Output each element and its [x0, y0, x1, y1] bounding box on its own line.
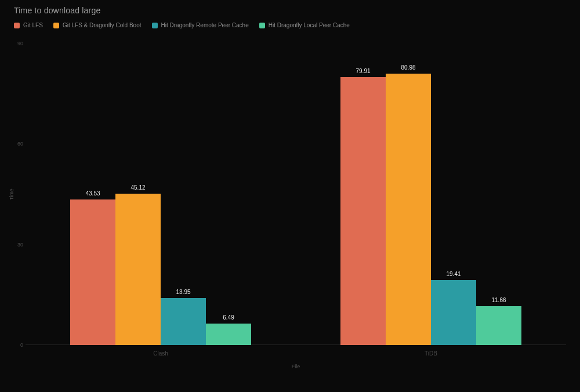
ytick-2: 30: [17, 242, 23, 248]
chart-container: Time to download large Git LFS Git LFS &…: [0, 0, 580, 392]
legend-label-0: Git LFS: [23, 22, 43, 28]
legend: Git LFS Git LFS & Dragonfly Cold Boot Hi…: [14, 22, 350, 28]
bar-value-0-1: 45.12: [130, 184, 145, 191]
chart-title: Time to download large: [14, 6, 100, 15]
legend-swatch-2: [152, 23, 158, 28]
legend-item-3: Hit Dragonfly Local Peer Cache: [259, 22, 350, 28]
legend-label-1: Git LFS & Dragonfly Cold Boot: [63, 22, 142, 28]
legend-label-2: Hit Dragonfly Remote Peer Cache: [161, 22, 249, 28]
x-axis-label: File: [292, 364, 300, 369]
bar-groups: 43.53 45.12 13.95 6.49 Clash 79.91: [26, 43, 566, 345]
legend-label-3: Hit Dragonfly Local Peer Cache: [269, 22, 350, 28]
bar-value-0-3: 6.49: [223, 314, 234, 321]
plot: Time 90 60 30 0 43.53 45.12 13.95: [26, 38, 566, 357]
bar-value-1-3: 11.66: [491, 297, 506, 303]
ytick-3: 0: [20, 342, 23, 348]
bar-value-0-0: 43.53: [85, 190, 100, 197]
bar-0-1: 45.12: [115, 194, 161, 345]
bar-value-1-2: 19.41: [446, 271, 461, 277]
legend-swatch-1: [53, 23, 59, 28]
category-label-1: TiDB: [425, 350, 437, 357]
bar-0-3: 6.49: [206, 324, 251, 345]
bar-group-0: 43.53 45.12 13.95 6.49 Clash: [26, 43, 296, 345]
bar-value-1-1: 80.98: [401, 64, 415, 71]
bar-value-1-0: 79.91: [356, 68, 370, 74]
bar-1-3: 11.66: [476, 306, 521, 345]
ytick-1: 60: [17, 141, 23, 147]
y-axis: 90 60 30 0: [15, 38, 26, 357]
legend-item-2: Hit Dragonfly Remote Peer Cache: [152, 22, 249, 28]
plot-area: 43.53 45.12 13.95 6.49 Clash 79.91: [26, 43, 566, 345]
bar-group-1: 79.91 80.98 19.41 11.66 TiDB: [296, 43, 566, 345]
bar-1-1: 80.98: [386, 74, 431, 345]
bar-0-2: 13.95: [161, 298, 206, 345]
bar-value-0-2: 13.95: [176, 289, 190, 295]
bar-0-0: 43.53: [70, 199, 115, 346]
legend-item-1: Git LFS & Dragonfly Cold Boot: [53, 22, 142, 28]
bar-1-2: 19.41: [431, 280, 476, 345]
bar-1-0: 79.91: [340, 77, 386, 345]
legend-item-0: Git LFS: [14, 22, 43, 28]
legend-swatch-0: [14, 23, 20, 28]
category-label-0: Clash: [153, 350, 168, 357]
y-axis-label: Time: [9, 188, 14, 200]
ytick-0: 90: [17, 41, 23, 46]
legend-swatch-3: [259, 23, 265, 28]
